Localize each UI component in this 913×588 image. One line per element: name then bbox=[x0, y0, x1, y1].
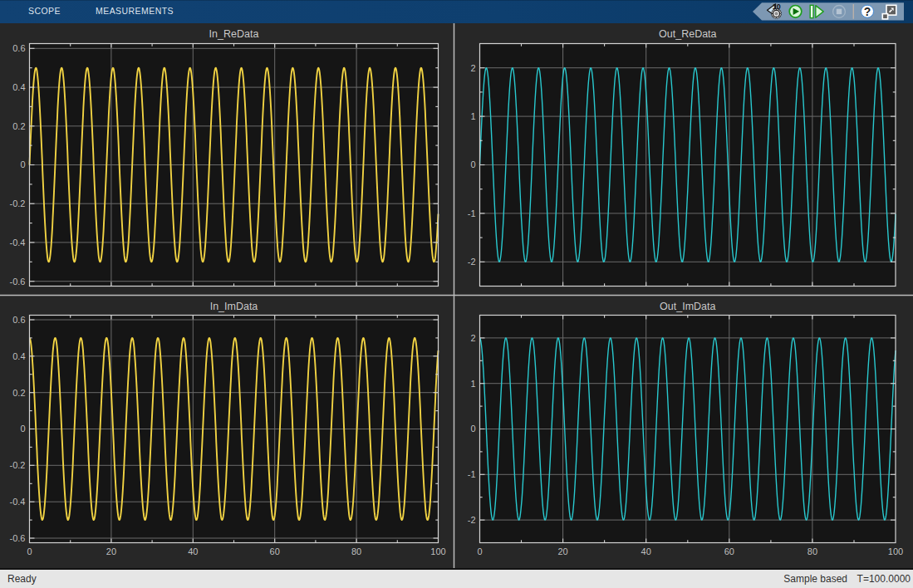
svg-text:Out_ReData: Out_ReData bbox=[659, 28, 717, 40]
svg-text:-0.6: -0.6 bbox=[10, 533, 26, 543]
svg-text:In_ImData: In_ImData bbox=[210, 301, 258, 312]
svg-text:0: 0 bbox=[470, 424, 475, 434]
svg-text:-2: -2 bbox=[468, 515, 476, 525]
svg-text:2: 2 bbox=[470, 63, 475, 73]
svg-text:?: ? bbox=[864, 5, 871, 18]
svg-text:0: 0 bbox=[20, 424, 25, 434]
svg-text:0: 0 bbox=[470, 159, 475, 169]
svg-text:60: 60 bbox=[270, 546, 280, 556]
svg-text:-0.4: -0.4 bbox=[10, 497, 26, 507]
svg-text:-0.6: -0.6 bbox=[10, 277, 26, 287]
svg-text:In_ReData: In_ReData bbox=[209, 28, 259, 40]
svg-text:80: 80 bbox=[351, 546, 361, 556]
svg-text:20: 20 bbox=[106, 546, 116, 556]
svg-text:-0.2: -0.2 bbox=[10, 198, 26, 208]
svg-text:0.4: 0.4 bbox=[12, 82, 25, 92]
svg-text:-1: -1 bbox=[468, 469, 476, 479]
svg-text:20: 20 bbox=[557, 546, 567, 556]
svg-text:0: 0 bbox=[20, 159, 25, 169]
svg-text:-1: -1 bbox=[468, 208, 476, 218]
svg-text:80: 80 bbox=[807, 546, 817, 556]
svg-text:Out_ImData: Out_ImData bbox=[660, 301, 715, 312]
svg-text:60: 60 bbox=[724, 546, 734, 556]
svg-text:2: 2 bbox=[470, 333, 475, 343]
svg-text:-0.4: -0.4 bbox=[10, 238, 26, 247]
svg-text:-0.2: -0.2 bbox=[10, 460, 26, 470]
svg-text:0.6: 0.6 bbox=[12, 43, 25, 53]
svg-text:0: 0 bbox=[477, 546, 482, 556]
svg-text:0.6: 0.6 bbox=[12, 315, 25, 325]
svg-text:0.4: 0.4 bbox=[12, 351, 25, 361]
svg-text:40: 40 bbox=[641, 546, 651, 556]
svg-text:0.2: 0.2 bbox=[12, 121, 25, 131]
svg-text:0: 0 bbox=[27, 546, 32, 556]
svg-text:1: 1 bbox=[470, 379, 475, 389]
svg-text:40: 40 bbox=[188, 546, 198, 556]
svg-text:100: 100 bbox=[888, 546, 903, 556]
svg-text:0.2: 0.2 bbox=[12, 388, 25, 398]
svg-text:1: 1 bbox=[470, 111, 475, 121]
svg-text:-2: -2 bbox=[468, 257, 476, 267]
svg-text:100: 100 bbox=[430, 546, 445, 556]
